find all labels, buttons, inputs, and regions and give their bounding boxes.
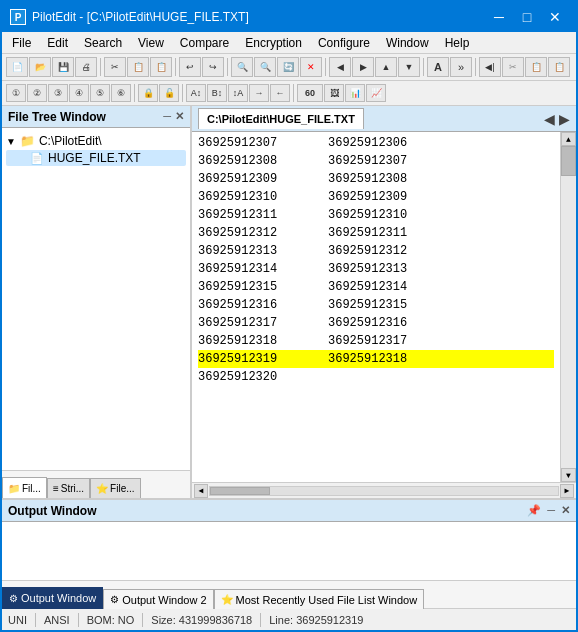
editor-line-12[interactable]: 3692591231936925912318 [198,350,554,368]
tb-paste[interactable]: 📋 [150,57,172,77]
tree-file[interactable]: 📄 HUGE_FILE.TXT [6,150,186,166]
output-collapse-icon[interactable]: ─ [547,504,555,517]
tb-cut2[interactable]: ✂ [502,57,524,77]
scroll-up-arrow[interactable]: ▲ [561,132,576,146]
tb2-3[interactable]: ③ [48,84,68,102]
editor-lines[interactable]: 3692591230736925912306369259123083692591… [192,132,560,482]
tb2-6[interactable]: ⑥ [111,84,131,102]
tb2-a[interactable]: A↕ [186,84,206,102]
tb-up[interactable]: ▲ [375,57,397,77]
sep5 [423,58,424,76]
editor-line-3[interactable]: 3692591231036925912309 [198,188,554,206]
maximize-button[interactable]: □ [514,6,540,28]
tb-find[interactable]: 🔍 [231,57,253,77]
file-tree-header: File Tree Window ─ ✕ [2,106,190,128]
tb2-img3[interactable]: 📈 [366,84,386,102]
output-tab-1[interactable]: ⚙ Output Window [2,587,103,609]
title-text: PilotEdit - [C:\PilotEdit\HUGE_FILE.TXT] [32,10,249,24]
tab-favorites-label: File... [110,483,134,494]
editor-line-9[interactable]: 3692591231636925912315 [198,296,554,314]
output-tab-2[interactable]: ⚙ Output Window 2 [103,589,213,609]
menu-encryption[interactable]: Encryption [237,32,310,54]
tb-redo[interactable]: ↪ [202,57,224,77]
hscroll-right-arrow[interactable]: ▶ [560,484,574,498]
menu-view[interactable]: View [130,32,172,54]
output-pin-icon[interactable]: 📌 [527,504,541,517]
editor-line-7[interactable]: 3692591231436925912313 [198,260,554,278]
editor-line-13[interactable]: 36925912320 [198,368,554,386]
tb-copy[interactable]: 📋 [127,57,149,77]
tb-copy2[interactable]: 📋 [525,57,547,77]
tb-findnext[interactable]: 🔍 [254,57,276,77]
tb-save[interactable]: 💾 [52,57,74,77]
editor-line-2[interactable]: 3692591230936925912308 [198,170,554,188]
tb-replace[interactable]: 🔄 [277,57,299,77]
editor-line-6[interactable]: 3692591231336925912312 [198,242,554,260]
tb2-2[interactable]: ② [27,84,47,102]
editor-line-8[interactable]: 3692591231536925912314 [198,278,554,296]
tb-back[interactable]: ◀ [329,57,351,77]
tb2-c[interactable]: ↕A [228,84,248,102]
hscroll-left-arrow[interactable]: ◀ [194,484,208,498]
output-title: Output Window [8,504,97,518]
output-panel: Output Window 📌 ─ ✕ ⚙ Output Window ⚙ Ou… [2,498,576,608]
minimize-button[interactable]: ─ [486,6,512,28]
tab-files[interactable]: 📁 Fil... [2,477,47,498]
tb-down[interactable]: ▼ [398,57,420,77]
editor-line-10[interactable]: 3692591231736925912316 [198,314,554,332]
tb-cancel[interactable]: ✕ [300,57,322,77]
tb2-img1[interactable]: 🖼 [324,84,344,102]
tab-favorites[interactable]: ⭐ File... [90,478,140,498]
menu-window[interactable]: Window [378,32,437,54]
tb2-b[interactable]: B↕ [207,84,227,102]
editor-line-1[interactable]: 3692591230836925912307 [198,152,554,170]
tb2-e[interactable]: ← [270,84,290,102]
output-close-icon[interactable]: ✕ [561,504,570,517]
tb-open[interactable]: 📂 [29,57,51,77]
editor-line-11[interactable]: 3692591231836925912317 [198,332,554,350]
output-content[interactable] [2,522,576,580]
file-tree-tabs: 📁 Fil... ≡ Stri... ⭐ File... [2,470,190,498]
tb2-5[interactable]: ⑤ [90,84,110,102]
tb-new[interactable]: 📄 [6,57,28,77]
tb2-1[interactable]: ① [6,84,26,102]
tree-root[interactable]: ▼ 📁 C:\PilotEdit\ [6,132,186,150]
hscroll-thumb [210,487,270,495]
output-tab-3[interactable]: ⭐ Most Recently Used File List Window [214,589,425,609]
tb2-d[interactable]: → [249,84,269,102]
scroll-down-arrow[interactable]: ▼ [561,468,576,482]
menu-configure[interactable]: Configure [310,32,378,54]
tb-more[interactable]: » [450,57,472,77]
editor-line-4[interactable]: 3692591231136925912310 [198,206,554,224]
editor-content[interactable]: 3692591230736925912306369259123083692591… [192,132,576,498]
tb-print[interactable]: 🖨 [75,57,97,77]
tb-undo[interactable]: ↩ [179,57,201,77]
tb-left[interactable]: ◀| [479,57,501,77]
tb-text[interactable]: A [427,57,449,77]
editor-line-5[interactable]: 3692591231236925912311 [198,224,554,242]
menu-edit[interactable]: Edit [39,32,76,54]
hscroll-track[interactable] [209,486,559,496]
editor-line-0[interactable]: 3692591230736925912306 [198,134,554,152]
editor-nav-prev[interactable]: ◀ [544,111,555,127]
tb2-dec[interactable]: 🔓 [159,84,179,102]
close-button[interactable]: ✕ [542,6,568,28]
tb2-enc[interactable]: 🔒 [138,84,158,102]
file-tree-collapse-icon[interactable]: ─ [163,110,171,123]
menu-search[interactable]: Search [76,32,130,54]
tb-cut[interactable]: ✂ [104,57,126,77]
tb-paste2[interactable]: 📋 [548,57,570,77]
tb2-img2[interactable]: 📊 [345,84,365,102]
menu-help[interactable]: Help [437,32,478,54]
file-tree-close-icon[interactable]: ✕ [175,110,184,123]
tab-strings[interactable]: ≡ Stri... [47,478,90,498]
menu-file[interactable]: File [4,32,39,54]
editor-tab[interactable]: C:\PilotEdit\HUGE_FILE.TXT [198,108,364,129]
editor-vscrollbar[interactable]: ▲ ▼ [560,132,576,482]
tb2-4[interactable]: ④ [69,84,89,102]
line-col1-12: 36925912319 [198,352,308,366]
menu-compare[interactable]: Compare [172,32,237,54]
tb-forward[interactable]: ▶ [352,57,374,77]
editor-nav-next[interactable]: ▶ [559,111,570,127]
tb2-60[interactable]: 60 [297,84,323,102]
